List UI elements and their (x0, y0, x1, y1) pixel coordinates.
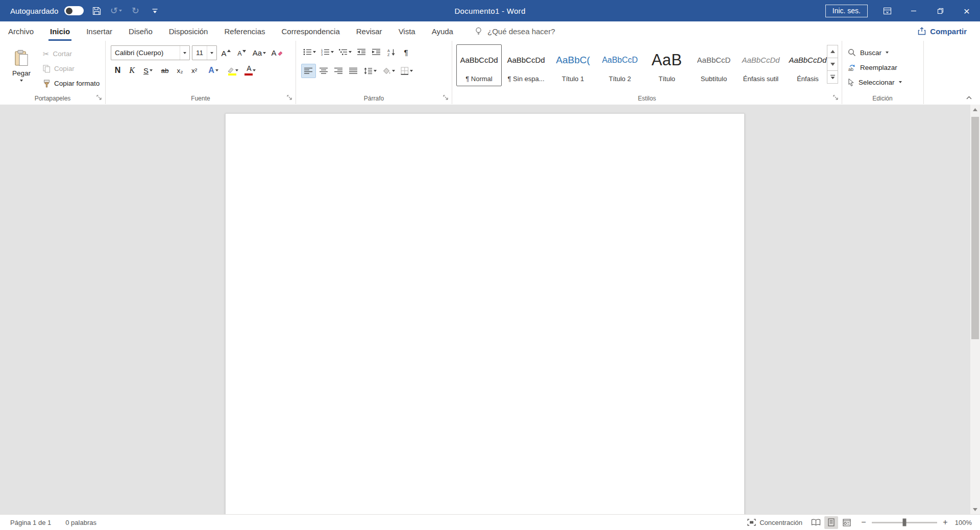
redo-icon[interactable]: ↻ (129, 4, 142, 17)
multilevel-list-button[interactable] (337, 45, 354, 59)
zoom-out-button[interactable]: − (860, 518, 867, 526)
tab-ayuda[interactable]: Ayuda (424, 21, 461, 41)
select-button[interactable]: Seleccionar (848, 75, 902, 89)
cut-button[interactable]: ✂ Cortar (41, 47, 102, 60)
customize-qat-icon[interactable] (148, 4, 161, 17)
find-button[interactable]: Buscar (848, 46, 902, 59)
scroll-up-icon[interactable] (970, 105, 980, 115)
tab-diseno[interactable]: Diseño (120, 21, 161, 41)
scroll-down-icon[interactable] (970, 504, 980, 515)
focus-mode-button[interactable]: Concentración (747, 519, 802, 526)
justify-button[interactable] (347, 64, 360, 78)
zoom-controls: − + 100% (860, 518, 972, 526)
vertical-scrollbar[interactable] (970, 105, 980, 515)
web-layout-icon[interactable] (840, 516, 853, 529)
style-card-titulo[interactable]: AaB Título (644, 44, 690, 86)
shrink-font-button[interactable]: A (235, 46, 249, 60)
align-center-icon (320, 67, 328, 74)
increase-indent-button[interactable] (370, 45, 383, 59)
strikethrough-button[interactable]: ab (157, 64, 173, 77)
style-label: Título 2 (609, 75, 631, 83)
ribbon-display-options-icon[interactable] (874, 0, 900, 21)
tab-archivo[interactable]: Archivo (0, 21, 42, 41)
borders-button[interactable] (398, 64, 415, 78)
maximize-button[interactable] (927, 0, 953, 21)
word-count[interactable]: 0 palabras (65, 519, 96, 526)
print-layout-icon[interactable] (824, 516, 838, 529)
sort-button[interactable]: AZ (384, 45, 398, 59)
grow-font-button[interactable]: A (219, 46, 233, 60)
copy-button[interactable]: Copiar (41, 62, 102, 75)
subscript-button[interactable]: x₂ (173, 64, 187, 77)
share-button[interactable]: Compartir (918, 27, 967, 36)
zoom-level[interactable]: 100% (953, 519, 972, 526)
zoom-slider[interactable] (872, 522, 937, 523)
clear-formatting-button[interactable]: A (270, 46, 284, 60)
numbering-button[interactable]: 1 2 3 (319, 45, 336, 59)
paragraph-dialog-launcher-icon[interactable] (442, 94, 449, 101)
style-card-normal[interactable]: AaBbCcDd ¶ Normal (456, 44, 502, 86)
tab-referencias[interactable]: Referencias (216, 21, 273, 41)
italic-button[interactable]: K (125, 64, 139, 77)
style-card-enfasis-sutil[interactable]: AaBbCcDd Énfasis sutil (738, 44, 783, 86)
align-right-button[interactable] (332, 64, 346, 78)
bullets-button[interactable] (301, 45, 318, 59)
page-indicator[interactable]: Página 1 de 1 (10, 519, 51, 526)
underline-button[interactable]: S (139, 64, 157, 77)
superscript-button[interactable]: x² (187, 64, 201, 77)
svg-text:Z: Z (387, 53, 390, 56)
show-paragraph-marks-button[interactable]: ¶ (399, 45, 413, 59)
clipboard-dialog-launcher-icon[interactable] (95, 94, 103, 101)
tab-disposicion[interactable]: Disposición (161, 21, 216, 41)
paste-button[interactable]: Pegar (5, 46, 38, 97)
tab-vista[interactable]: Vista (390, 21, 424, 41)
align-center-button[interactable] (317, 64, 331, 78)
align-left-button[interactable] (301, 64, 316, 78)
line-spacing-button[interactable] (361, 64, 379, 78)
styles-scroll-up-icon[interactable] (827, 45, 838, 58)
style-card-enfasis[interactable]: AaBbCcDd Énfasis (785, 44, 830, 86)
font-color-button[interactable]: A (242, 64, 260, 77)
font-size-select[interactable]: 11 (192, 45, 217, 60)
tab-revisar[interactable]: Revisar (348, 21, 390, 41)
replace-button[interactable]: ab Reemplazar (848, 61, 902, 74)
tell-me-box[interactable]: ¿Qué desea hacer? (475, 27, 555, 36)
collapse-ribbon-icon[interactable] (964, 93, 974, 102)
bold-button[interactable]: N (111, 64, 125, 77)
style-card-titulo-1[interactable]: AaBbC( Título 1 (550, 44, 596, 86)
sign-in-button[interactable]: Inic. ses. (825, 5, 868, 17)
styles-dialog-launcher-icon[interactable] (832, 94, 839, 101)
undo-icon[interactable]: ↺ (109, 4, 122, 17)
zoom-slider-thumb[interactable] (903, 519, 906, 526)
tab-insertar[interactable]: Insertar (78, 21, 120, 41)
style-card-titulo-2[interactable]: AaBbCcD Título 2 (597, 44, 643, 86)
format-painter-button[interactable]: Copiar formato (41, 77, 102, 90)
styles-scroll-down-icon[interactable] (827, 58, 838, 71)
scrollbar-thumb[interactable] (971, 117, 979, 339)
copy-label: Copiar (54, 65, 75, 72)
tab-inicio[interactable]: Inicio (42, 21, 78, 41)
decrease-indent-icon (357, 48, 366, 56)
text-effects-button[interactable]: A (204, 64, 223, 77)
tell-me-label: ¿Qué desea hacer? (487, 27, 555, 36)
paragraph-row-2 (301, 64, 415, 78)
font-dialog-launcher-icon[interactable] (286, 94, 293, 101)
highlight-color-button[interactable] (223, 64, 241, 77)
style-card-sin-espaciado[interactable]: AaBbCcDd ¶ Sin espa... (503, 44, 549, 86)
svg-text:A: A (387, 48, 390, 52)
styles-gallery-more-icon[interactable] (827, 70, 838, 84)
zoom-in-button[interactable]: + (942, 518, 949, 526)
font-size-dropdown-icon (207, 46, 216, 60)
shading-button[interactable] (380, 64, 397, 78)
style-card-subtitulo[interactable]: AaBbCcD Subtítulo (691, 44, 737, 86)
font-name-select[interactable]: Calibri (Cuerpo) (111, 45, 190, 60)
read-mode-icon[interactable] (809, 516, 823, 529)
decrease-indent-button[interactable] (355, 45, 369, 59)
minimize-button[interactable] (900, 0, 927, 21)
change-case-button[interactable]: Aa (251, 46, 268, 60)
autosave-toggle[interactable] (64, 6, 84, 15)
document-page[interactable] (225, 113, 745, 515)
tab-correspondencia[interactable]: Correspondencia (274, 21, 348, 41)
close-button[interactable]: × (953, 0, 980, 21)
save-icon[interactable] (90, 4, 103, 17)
